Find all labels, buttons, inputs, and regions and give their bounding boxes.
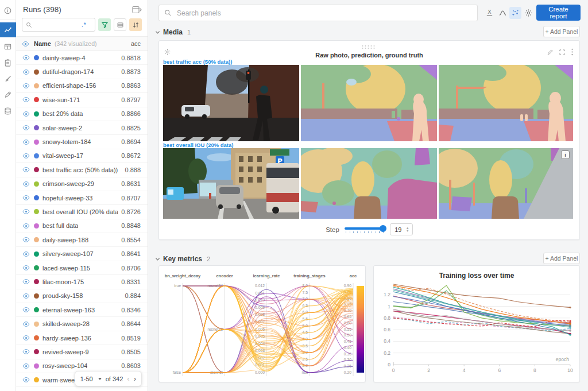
run-row[interactable]: proud-sky-1580.884 <box>16 289 148 303</box>
run-row[interactable]: revived-sweep-90.8505 <box>16 345 148 359</box>
runs-search-input[interactable] <box>34 21 79 29</box>
media-section-header[interactable]: Media 1 <box>155 28 191 36</box>
eye-icon[interactable] <box>22 124 30 131</box>
prediction-image-row2[interactable] <box>301 148 437 219</box>
run-row[interactable]: dainty-sweep-40.8818 <box>16 51 148 65</box>
eye-icon[interactable] <box>22 96 30 103</box>
run-name: efficient-shape-156 <box>42 82 96 89</box>
run-row[interactable]: laced-sweep-1150.8706 <box>16 261 148 275</box>
filter-button[interactable] <box>98 18 111 31</box>
x-axis-icon[interactable]: X <box>483 7 496 19</box>
add-panel-button-key-metrics[interactable]: + Add Panel <box>543 253 580 264</box>
regex-toggle[interactable]: .* <box>82 22 87 28</box>
run-row[interactable]: skilled-sweep-280.8644 <box>16 317 148 331</box>
add-panel-button-media[interactable]: + Add Panel <box>543 26 580 37</box>
eye-icon[interactable] <box>22 180 30 188</box>
eye-icon[interactable] <box>22 110 30 118</box>
eye-icon[interactable] <box>22 40 30 48</box>
run-row[interactable]: efficient-shape-1560.8863 <box>16 79 148 93</box>
eye-icon[interactable] <box>22 208 30 215</box>
raw-photo-image-row2[interactable]: P <box>163 148 299 219</box>
kebab-menu-icon[interactable] <box>571 48 574 56</box>
run-row[interactable]: lilac-moon-1750.8331 <box>16 275 148 289</box>
step-value-input[interactable] <box>390 226 406 234</box>
eye-icon[interactable] <box>22 166 30 173</box>
media-row2-label[interactable]: best overall IOU (20% data) <box>163 142 233 148</box>
chevron-down-icon[interactable] <box>155 257 160 261</box>
edit-pencil-icon[interactable] <box>547 49 554 56</box>
run-row[interactable]: daily-sweep-1880.8554 <box>16 233 148 247</box>
slider-track[interactable] <box>345 227 385 230</box>
run-row[interactable]: best overall IOU (20% data)0.8726 <box>16 205 148 219</box>
nav-item-artifacts[interactable] <box>1 104 15 118</box>
expand-table-icon[interactable] <box>132 6 142 14</box>
eye-icon[interactable] <box>22 222 30 230</box>
run-row[interactable]: hardy-sweep-1360.8519 <box>16 331 148 345</box>
run-row[interactable]: crimson-sweep-290.8631 <box>16 177 148 191</box>
nav-item-notes[interactable] <box>1 56 15 69</box>
ground-truth-image-row1[interactable] <box>439 65 573 141</box>
eye-icon[interactable] <box>22 292 30 300</box>
stepper-arrows[interactable]: ▲▼ <box>406 227 411 233</box>
nav-item-launch[interactable] <box>1 88 15 102</box>
run-row[interactable]: solar-sweep-20.8825 <box>16 121 148 135</box>
run-row[interactable]: dutiful-dragon-1740.8873 <box>16 65 148 79</box>
fullscreen-icon[interactable] <box>559 49 566 56</box>
nav-item-workspace[interactable] <box>0 22 16 37</box>
slider-thumb[interactable] <box>380 225 386 232</box>
run-row[interactable]: vital-sweep-170.8672 <box>16 149 148 163</box>
scatter-settings-icon[interactable] <box>509 7 521 19</box>
eye-icon[interactable] <box>22 54 30 61</box>
eye-icon[interactable] <box>22 250 30 258</box>
run-row[interactable]: silvery-sweep-1070.8641 <box>16 247 148 261</box>
sort-button[interactable] <box>129 18 142 31</box>
prev-page-button[interactable]: ‹ <box>127 375 129 382</box>
runs-table-header[interactable]: Name (342 visualized) acc <box>16 36 148 51</box>
prediction-image-row1[interactable] <box>301 65 437 141</box>
chevron-down-icon[interactable] <box>98 378 102 380</box>
eye-icon[interactable] <box>22 68 30 76</box>
run-row[interactable]: hopeful-sweep-330.8707 <box>16 191 148 205</box>
run-row[interactable]: best traffic acc (50% data))0.888 <box>16 163 148 177</box>
eye-icon[interactable] <box>22 334 30 342</box>
eye-icon[interactable] <box>22 348 30 355</box>
eye-icon[interactable] <box>22 320 30 328</box>
run-row[interactable]: snowy-totem-1840.8694 <box>16 135 148 149</box>
smoothing-icon[interactable] <box>497 7 509 19</box>
image-info-icon[interactable]: i <box>561 150 570 159</box>
eye-icon[interactable] <box>22 362 30 370</box>
eye-icon[interactable] <box>22 82 30 90</box>
svg-text:false: false <box>173 370 181 374</box>
training-loss-panel[interactable]: Training loss over time 00.20.40.60.811.… <box>373 265 580 382</box>
gear-icon[interactable] <box>523 7 535 19</box>
group-button[interactable] <box>114 18 126 31</box>
create-report-button[interactable]: Create report <box>536 5 581 21</box>
raw-photo-image-row1[interactable] <box>163 65 299 141</box>
nav-item-panels[interactable] <box>1 40 15 53</box>
run-row[interactable]: eternal-sweep-1630.8346 <box>16 303 148 317</box>
eye-icon[interactable] <box>22 376 30 384</box>
nav-item-sweeps[interactable] <box>1 72 15 86</box>
chevron-down-icon[interactable] <box>155 30 160 34</box>
runs-search-box: .* <box>22 18 95 32</box>
ground-truth-image-row2[interactable] <box>439 148 573 219</box>
run-row[interactable]: best full data0.8848 <box>16 219 148 233</box>
page-range[interactable]: 1-50 <box>80 375 93 382</box>
nav-item-info[interactable] <box>1 3 15 17</box>
eye-icon[interactable] <box>22 152 30 160</box>
media-row1-label[interactable]: best traffic acc (50% data)) <box>163 59 232 65</box>
eye-icon[interactable] <box>22 236 30 243</box>
eye-icon[interactable] <box>22 264 30 272</box>
eye-icon[interactable] <box>22 278 30 285</box>
eye-icon[interactable] <box>22 306 30 313</box>
eye-icon[interactable] <box>22 138 30 146</box>
next-page-button[interactable]: › <box>134 375 136 382</box>
step-slider[interactable] <box>345 225 385 234</box>
drag-handle[interactable] <box>362 45 377 50</box>
run-row[interactable]: best 20% data0.8866 <box>16 107 148 121</box>
eye-icon[interactable] <box>22 194 30 202</box>
run-row[interactable]: wise-sun-1710.8797 <box>16 93 148 107</box>
key-metrics-section-header[interactable]: Key metrics 2 <box>155 255 210 263</box>
parallel-coordinates-panel[interactable]: bn_weight_decaytruefalseencoderresnet34r… <box>158 265 366 382</box>
panel-search-input[interactable] <box>176 9 472 18</box>
